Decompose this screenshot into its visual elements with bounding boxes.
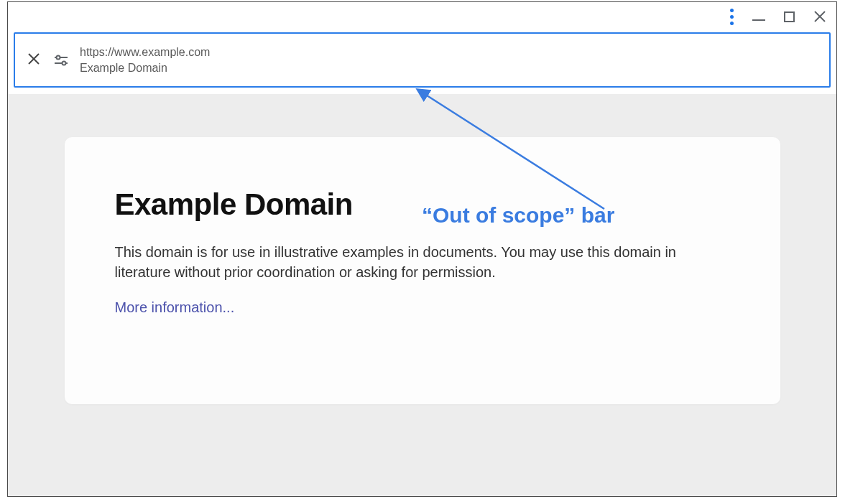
svg-point-7	[63, 61, 66, 65]
minimize-icon[interactable]	[752, 12, 765, 21]
more-vertical-icon[interactable]	[730, 9, 734, 25]
scope-page-title: Example Domain	[80, 60, 210, 76]
content-card: Example Domain This domain is for use in…	[65, 137, 780, 404]
scope-url: https://www.example.com	[80, 45, 210, 60]
browser-window: https://www.example.com Example Domain E…	[7, 1, 837, 497]
svg-point-5	[57, 55, 60, 59]
dismiss-scope-icon[interactable]	[28, 53, 42, 67]
page-viewport: Example Domain This domain is for use in…	[8, 94, 836, 496]
out-of-scope-bar: https://www.example.com Example Domain	[14, 32, 831, 88]
close-icon[interactable]	[813, 10, 826, 23]
annotation-label: “Out of scope” bar	[422, 203, 614, 228]
maximize-icon[interactable]	[784, 11, 795, 22]
more-information-link[interactable]: More information...	[115, 299, 235, 315]
window-titlebar	[8, 2, 836, 31]
sliders-icon[interactable]	[52, 52, 70, 69]
page-body: This domain is for use in illustrative e…	[115, 242, 711, 282]
scope-bar-text: https://www.example.com Example Domain	[80, 45, 210, 75]
